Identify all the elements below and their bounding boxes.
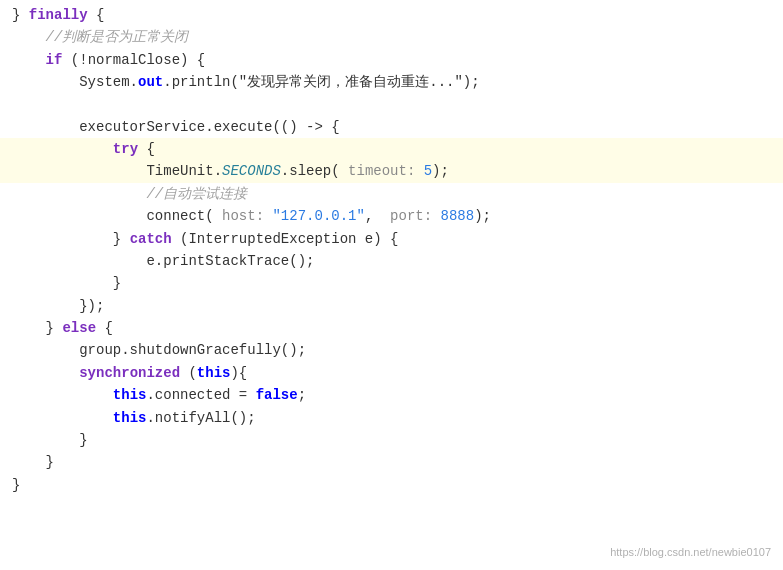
code-line: } else { <box>0 317 783 339</box>
code-line: //自动尝试连接 <box>0 183 783 205</box>
code-token: } <box>12 451 54 473</box>
code-line: e.printStackTrace(); <box>0 250 783 272</box>
code-token: false <box>256 384 298 406</box>
code-token: { <box>138 138 155 160</box>
code-token: System. <box>12 71 138 93</box>
code-token: .sleep( <box>281 160 348 182</box>
code-token: .connected = <box>146 384 255 406</box>
code-token: { <box>96 317 113 339</box>
code-token <box>12 384 113 406</box>
code-token: } <box>12 272 121 294</box>
code-token: } <box>12 4 29 26</box>
code-token: host: <box>222 205 264 227</box>
code-token: this <box>197 362 231 384</box>
code-line: this.connected = false; <box>0 384 783 406</box>
code-line: if (!normalClose) { <box>0 49 783 71</box>
code-line: connect( host: "127.0.0.1", port: 8888); <box>0 205 783 227</box>
code-token: TimeUnit. <box>12 160 222 182</box>
code-token: .notifyAll(); <box>146 407 255 429</box>
code-line: executorService.execute(() -> { <box>0 116 783 138</box>
code-token: (InterruptedException e) { <box>172 228 399 250</box>
code-token: , <box>365 205 390 227</box>
code-token: try <box>113 138 138 160</box>
code-line: } catch (InterruptedException e) { <box>0 228 783 250</box>
code-line: this.notifyAll(); <box>0 407 783 429</box>
code-token <box>415 160 423 182</box>
code-token: executorService.execute(() -> { <box>12 116 340 138</box>
code-token: ){ <box>230 362 247 384</box>
code-line: try { <box>0 138 783 160</box>
code-line: } <box>0 474 783 496</box>
code-line <box>0 94 783 116</box>
code-token: } <box>12 429 88 451</box>
code-token: 8888 <box>441 205 475 227</box>
code-token: group.shutdownGracefully(); <box>12 339 306 361</box>
code-token: } <box>12 474 20 496</box>
code-token: }); <box>12 295 104 317</box>
code-editor: } finally { //判断是否为正常关闭 if (!normalClose… <box>0 0 783 570</box>
code-line: group.shutdownGracefully(); <box>0 339 783 361</box>
code-token: .println("发现异常关闭，准备自动重连..."); <box>163 71 479 93</box>
code-line: } <box>0 272 783 294</box>
code-token <box>264 205 272 227</box>
code-token: ); <box>432 160 449 182</box>
code-token: synchronized <box>79 362 180 384</box>
code-token: port: <box>390 205 432 227</box>
code-token: ( <box>180 362 197 384</box>
code-line: System.out.println("发现异常关闭，准备自动重连..."); <box>0 71 783 93</box>
code-token <box>12 407 113 429</box>
code-token <box>432 205 440 227</box>
code-token: } <box>12 317 62 339</box>
code-token: connect( <box>12 205 222 227</box>
code-token <box>12 138 113 160</box>
code-token: (!normalClose) { <box>62 49 205 71</box>
code-line: } finally { <box>0 4 783 26</box>
code-line: TimeUnit.SECONDS.sleep( timeout: 5); <box>0 160 783 182</box>
code-line: synchronized (this){ <box>0 362 783 384</box>
code-token: finally <box>29 4 88 26</box>
code-token <box>12 26 46 48</box>
code-token: //自动尝试连接 <box>146 183 247 205</box>
code-token: //判断是否为正常关闭 <box>46 26 189 48</box>
code-token <box>12 49 46 71</box>
code-line: } <box>0 429 783 451</box>
code-token: out <box>138 71 163 93</box>
code-token <box>12 362 79 384</box>
watermark: https://blog.csdn.net/newbie0107 <box>610 544 771 562</box>
code-token: SECONDS <box>222 160 281 182</box>
code-line: //判断是否为正常关闭 <box>0 26 783 48</box>
code-token: this <box>113 384 147 406</box>
code-token: catch <box>130 228 172 250</box>
code-token: { <box>88 4 105 26</box>
code-token: "127.0.0.1" <box>272 205 364 227</box>
code-token: else <box>62 317 96 339</box>
code-token: this <box>113 407 147 429</box>
code-token: e.printStackTrace(); <box>12 250 314 272</box>
code-token: ; <box>298 384 306 406</box>
code-token <box>12 183 146 205</box>
code-token: timeout: <box>348 160 415 182</box>
code-token: ); <box>474 205 491 227</box>
code-token: if <box>46 49 63 71</box>
code-token: 5 <box>424 160 432 182</box>
code-token: } <box>12 228 130 250</box>
code-line: }); <box>0 295 783 317</box>
code-line: } <box>0 451 783 473</box>
